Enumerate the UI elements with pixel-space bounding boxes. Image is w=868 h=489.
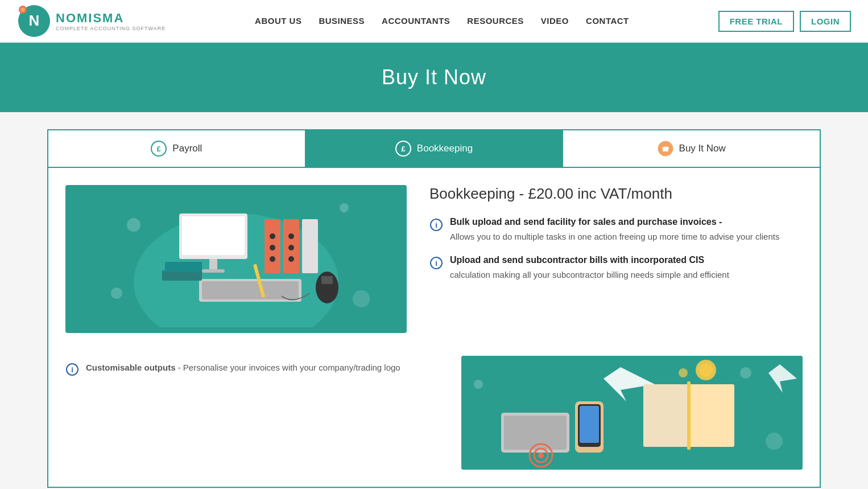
svg-point-57 — [766, 433, 783, 450]
header: N NOMISMA COMPLETE ACCOUNTING SOFTWARE A… — [0, 0, 868, 43]
feature-2: i Upload and send subcontractor bills wi… — [429, 255, 803, 282]
svg-point-56 — [740, 367, 751, 379]
logo-area: N NOMISMA COMPLETE ACCOUNTING SOFTWARE — [17, 4, 166, 38]
tab-bookkeeping-label: Bookkeeping — [417, 143, 473, 154]
svg-rect-50 — [580, 406, 599, 443]
nav-contact[interactable]: CONTACT — [586, 16, 629, 26]
bookkeeping-image — [65, 185, 407, 333]
svg-text:N: N — [29, 12, 40, 29]
hero-banner: Buy It Now — [0, 43, 868, 112]
info-icon-2: i — [429, 256, 443, 270]
feature-3-content: Customisable outputs - Personalise your … — [86, 361, 400, 376]
svg-rect-44 — [643, 384, 689, 447]
content-area: Bookkeeping - £20.00 inc VAT/month i Bul… — [47, 168, 821, 488]
feature-3-suffix: - Personalise your invoices with your co… — [176, 363, 400, 372]
svg-rect-13 — [182, 216, 245, 255]
svg-rect-15 — [202, 269, 225, 273]
feature-2-title: Upload and send subcontractor bills with… — [450, 255, 729, 265]
svg-point-23 — [288, 245, 294, 250]
feature-3-title: Customisable outputs — [86, 363, 176, 372]
feature-2-desc: calculation making all your subcontracto… — [450, 269, 729, 282]
svg-point-30 — [127, 218, 140, 232]
nav-resources[interactable]: RESOURCES — [467, 16, 524, 26]
bookkeeping-icon: £ — [395, 141, 411, 157]
tab-bookkeeping[interactable]: £ Bookkeeping — [306, 130, 564, 167]
free-trial-button[interactable]: FREE TRIAL — [718, 11, 794, 32]
content-top-row: Bookkeeping - £20.00 inc VAT/month i Bul… — [65, 185, 803, 333]
svg-point-32 — [353, 290, 370, 307]
bottom-illustration — [461, 356, 803, 470]
svg-text:i: i — [71, 365, 73, 374]
svg-rect-26 — [202, 281, 299, 299]
feature-1-title: Bulk upload and send facility for sales … — [450, 217, 779, 227]
svg-point-21 — [270, 256, 275, 262]
svg-point-58 — [474, 380, 483, 389]
svg-text:£: £ — [401, 145, 406, 153]
nav-about-us[interactable]: ABOUT US — [255, 16, 301, 26]
svg-rect-45 — [689, 384, 734, 447]
info-icon-1: i — [429, 218, 443, 232]
info-icon-3: i — [65, 363, 79, 376]
payroll-icon: £ — [151, 141, 167, 157]
svg-rect-28 — [321, 276, 333, 284]
feature-1-content: Bulk upload and send facility for sales … — [450, 217, 779, 244]
feature-2-content: Upload and send subcontractor bills with… — [450, 255, 729, 282]
svg-point-31 — [340, 203, 349, 212]
tab-payroll[interactable]: £ Payroll — [48, 130, 306, 167]
svg-point-22 — [288, 233, 294, 239]
feature-1: i Bulk upload and send facility for sale… — [429, 217, 803, 244]
svg-point-20 — [270, 245, 275, 250]
feature-1-desc: Allows you to do multiple tasks in one a… — [450, 231, 779, 244]
svg-rect-14 — [209, 259, 217, 270]
feature-3-desc: Customisable outputs - Personalise your … — [86, 361, 400, 375]
svg-point-55 — [538, 453, 544, 458]
tab-payroll-label: Payroll — [172, 143, 202, 154]
nav-accountants[interactable]: ACCOUNTANTS — [382, 16, 450, 26]
tab-buynow-label: Buy It Now — [679, 143, 726, 154]
nav-buttons: FREE TRIAL LOGIN — [718, 11, 851, 32]
nav-business[interactable]: BUSINESS — [319, 16, 365, 26]
svg-rect-35 — [165, 262, 202, 272]
svg-point-62 — [679, 368, 688, 377]
content-bottom-row: i Customisable outputs - Personalise you… — [65, 356, 803, 470]
svg-text:☎: ☎ — [662, 146, 669, 153]
hero-title: Buy It Now — [0, 65, 868, 89]
tabs-container: £ Payroll £ Bookkeeping ☎ Buy It Now — [47, 129, 821, 168]
main-content: £ Payroll £ Bookkeeping ☎ Buy It Now — [36, 129, 832, 488]
bookkeeping-illustration — [65, 185, 407, 333]
svg-rect-18 — [302, 219, 318, 273]
svg-point-33 — [111, 287, 122, 299]
svg-rect-47 — [687, 381, 691, 450]
buynow-icon: ☎ — [658, 141, 673, 157]
bottom-image — [461, 356, 803, 470]
svg-text:i: i — [435, 259, 437, 268]
login-button[interactable]: LOGIN — [800, 11, 851, 32]
logo-icon: N — [17, 4, 51, 38]
svg-point-61 — [699, 363, 713, 377]
svg-point-3 — [20, 7, 25, 12]
nav-video[interactable]: VIDEO — [541, 16, 569, 26]
bookkeeping-features: Bookkeeping - £20.00 inc VAT/month i Bul… — [429, 185, 803, 333]
svg-point-24 — [288, 256, 294, 262]
logo-text: NOMISMA COMPLETE ACCOUNTING SOFTWARE — [56, 11, 166, 31]
feature-3: i Customisable outputs - Personalise you… — [65, 361, 439, 376]
main-nav: ABOUT US BUSINESS ACCOUNTANTS RESOURCES … — [255, 16, 629, 26]
svg-text:i: i — [435, 221, 437, 229]
tab-buynow[interactable]: ☎ Buy It Now — [563, 130, 820, 167]
svg-point-19 — [270, 233, 275, 239]
bookkeeping-title: Bookkeeping - £20.00 inc VAT/month — [429, 185, 803, 203]
bottom-feature: i Customisable outputs - Personalise you… — [65, 356, 439, 388]
svg-text:£: £ — [157, 145, 162, 153]
